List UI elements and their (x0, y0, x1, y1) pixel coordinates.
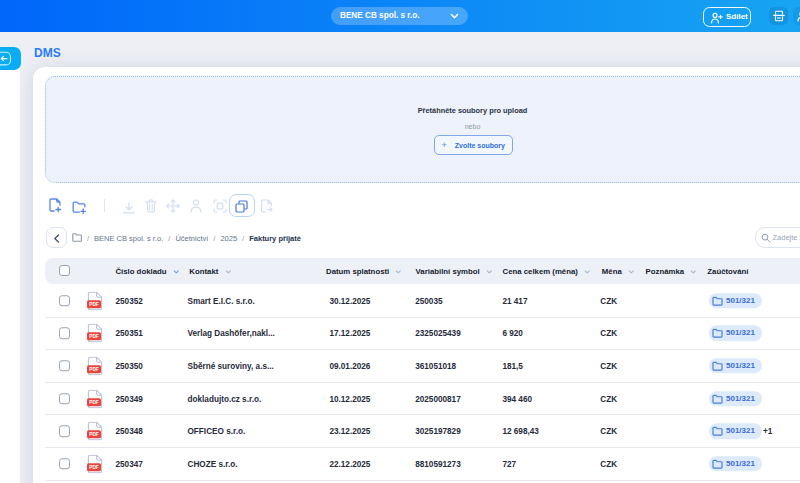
svg-text:PDF: PDF (89, 302, 99, 307)
svg-text:PDF: PDF (89, 432, 99, 437)
svg-text:PDF: PDF (89, 334, 99, 339)
svg-text:PDF: PDF (89, 400, 99, 405)
svg-text:PDF: PDF (89, 465, 99, 470)
svg-text:PDF: PDF (89, 367, 99, 372)
